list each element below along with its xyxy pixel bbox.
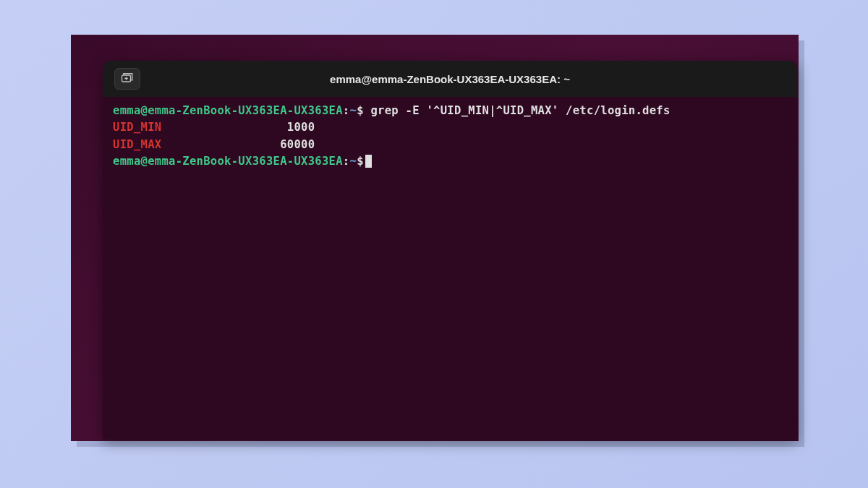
- terminal-line-command: emma@emma-ZenBook-UX363EA-UX363EA:~$ gre…: [113, 103, 787, 119]
- prompt-symbol: $: [357, 104, 364, 117]
- window-title: emma@emma-ZenBook-UX363EA-UX363EA: ~: [330, 73, 570, 85]
- prompt-path-2: ~: [350, 155, 357, 168]
- match-val-uid-max: 60000: [161, 138, 315, 151]
- terminal-content[interactable]: emma@emma-ZenBook-UX363EA-UX363EA:~$ gre…: [103, 97, 797, 176]
- cursor-icon: [365, 155, 372, 168]
- prompt-symbol-2: $: [357, 155, 364, 168]
- titlebar[interactable]: emma@emma-ZenBook-UX363EA-UX363EA: ~: [103, 61, 797, 97]
- prompt-user-host: emma@emma-ZenBook-UX363EA-UX363EA: [113, 104, 343, 117]
- match-val-uid-min: 1000: [161, 121, 315, 134]
- desktop-background: emma@emma-ZenBook-UX363EA-UX363EA: ~ emm…: [71, 35, 799, 441]
- prompt-user-host-2: emma@emma-ZenBook-UX363EA-UX363EA: [113, 155, 343, 168]
- output-line-2: UID_MAX 60000: [113, 137, 787, 153]
- prompt-separator: :: [343, 104, 350, 117]
- prompt-path: ~: [350, 104, 357, 117]
- terminal-window: emma@emma-ZenBook-UX363EA-UX363EA: ~ emm…: [103, 61, 797, 440]
- prompt-separator-2: :: [343, 155, 350, 168]
- command-text: grep -E '^UID_MIN|^UID_MAX' /etc/login.d…: [364, 104, 671, 117]
- match-key-uid-min: UID_MIN: [113, 121, 161, 134]
- terminal-line-prompt: emma@emma-ZenBook-UX363EA-UX363EA:~$: [113, 153, 787, 170]
- new-tab-button[interactable]: [114, 68, 140, 90]
- new-tab-icon: [121, 72, 134, 86]
- match-key-uid-max: UID_MAX: [113, 138, 161, 151]
- output-line-1: UID_MIN 1000: [113, 119, 787, 136]
